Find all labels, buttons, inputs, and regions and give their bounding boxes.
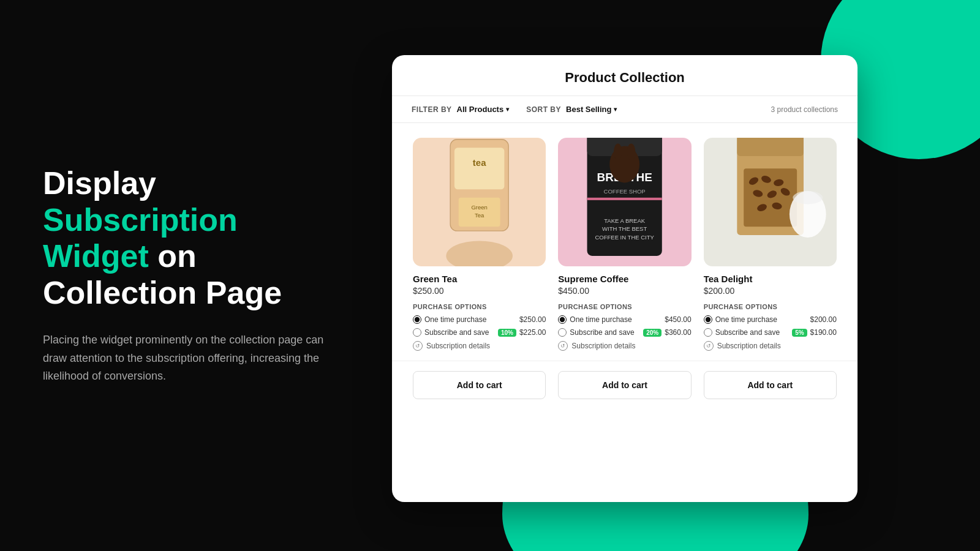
subscribe-radio-green-tea[interactable] [413,328,421,337]
add-to-cart-supreme-coffee[interactable]: Add to cart [558,371,691,399]
sort-chevron-icon: ▾ [614,106,617,113]
svg-text:COFFEE SHOP: COFFEE SHOP [604,188,646,195]
svg-point-33 [793,191,823,204]
one-time-label-supreme-coffee: One time purchase [570,315,662,324]
add-to-cart-green-tea[interactable]: Add to cart [413,371,546,399]
svg-rect-20 [737,138,804,156]
subscribe-radio-supreme-coffee[interactable] [558,328,567,337]
collection-title: Product Collection [412,70,838,86]
hero-title: Display Subscription Widget on Collectio… [43,165,337,312]
one-time-option-supreme-coffee[interactable]: One time purchase $450.00 [558,315,691,324]
collection-count: 3 product collections [771,105,838,114]
one-time-price-supreme-coffee: $450.00 [665,315,691,324]
svg-text:TAKE A BREAK: TAKE A BREAK [605,217,646,224]
sort-value: Best Selling [566,105,611,114]
hero-panel: Display Subscription Widget on Collectio… [0,0,380,551]
filter-select-button[interactable]: All Products ▾ [457,105,510,114]
purchase-options-label-supreme-coffee: Purchase Options [558,303,691,310]
svg-text:WITH THE BEST: WITH THE BEST [602,226,647,233]
green-tea-svg: tea Green Tea [413,138,546,266]
svg-point-14 [614,144,622,160]
one-time-option-tea-delight[interactable]: One time purchase $200.00 [704,315,837,324]
collection-header: Product Collection [392,55,858,96]
product-image-green-tea[interactable]: tea Green Tea [413,138,546,266]
subscription-details-supreme-coffee[interactable]: ↺ Subscription details [558,341,691,351]
filter-by-label: FILTER BY [412,105,452,114]
product-price-supreme-coffee: $450.00 [558,286,691,296]
product-price-green-tea: $250.00 [413,286,546,296]
product-card-tea-delight: Tea Delight $200.00 Purchase Options One… [698,138,843,351]
filter-chevron-icon: ▾ [506,106,509,113]
subscription-details-green-tea[interactable]: ↺ Subscription details [413,341,546,351]
hero-description: Placing the widget prominently on the co… [43,331,337,386]
one-time-option-green-tea[interactable]: One time purchase $250.00 [413,315,546,324]
one-time-label-green-tea: One time purchase [424,315,516,324]
sub-details-label-supreme-coffee: Subscription details [571,342,635,350]
svg-rect-1 [454,148,504,190]
subscribe-label-green-tea: Subscribe and save [424,328,495,337]
subscribe-option-tea-delight[interactable]: Subscribe and save 5% $190.00 [704,328,837,337]
product-name-tea-delight: Tea Delight [704,274,837,284]
one-time-radio-supreme-coffee[interactable] [558,315,567,324]
products-grid: tea Green Tea Green Tea $250.00 Purchase… [392,123,858,361]
sort-select-button[interactable]: Best Selling ▾ [566,105,617,114]
filter-value: All Products [457,105,504,114]
svg-rect-10 [587,198,662,200]
subscribe-option-supreme-coffee[interactable]: Subscribe and save 20% $360.00 [558,328,691,337]
sub-icon-supreme-coffee: ↺ [558,341,568,351]
save-badge-tea-delight: 5% [792,329,807,337]
one-time-radio-tea-delight[interactable] [704,315,712,324]
svg-text:tea: tea [473,158,486,168]
svg-text:COFFEE IN THE CITY: COFFEE IN THE CITY [595,234,655,241]
product-image-tea-delight[interactable] [704,138,837,266]
svg-text:Green: Green [471,204,487,211]
product-name-green-tea: Green Tea [413,274,546,284]
add-to-cart-row: Add to cart Add to cart Add to cart [392,361,858,411]
one-time-label-tea-delight: One time purchase [715,315,807,324]
product-image-supreme-coffee[interactable]: BREATHE COFFEE SHOP TAKE A BREAK WITH TH… [558,138,691,266]
sub-icon-tea-delight: ↺ [704,341,714,351]
filter-sort-bar: FILTER BY All Products ▾ SORT BY Best Se… [392,96,858,123]
purchase-options-label-green-tea: Purchase Options [413,303,546,310]
svg-rect-21 [758,138,783,140]
product-price-tea-delight: $200.00 [704,286,837,296]
tea-delight-svg [704,138,837,266]
svg-point-3 [446,241,513,266]
subscribe-label-supreme-coffee: Subscribe and save [570,328,640,337]
product-card-green-tea: tea Green Tea Green Tea $250.00 Purchase… [407,138,552,351]
subscribe-price-tea-delight: $190.00 [810,328,837,337]
supreme-coffee-svg: BREATHE COFFEE SHOP TAKE A BREAK WITH TH… [558,138,691,266]
subscription-details-tea-delight[interactable]: ↺ Subscription details [704,341,837,351]
sub-details-label-green-tea: Subscription details [426,342,490,350]
subscribe-label-tea-delight: Subscribe and save [715,328,789,337]
subscribe-radio-tea-delight[interactable] [704,328,712,337]
product-collection-panel: Product Collection FILTER BY All Product… [392,55,858,502]
save-badge-supreme-coffee: 20% [643,329,662,337]
sub-details-label-tea-delight: Subscription details [717,342,781,350]
sort-by-label: SORT BY [526,105,561,114]
save-badge-green-tea: 10% [498,329,516,337]
one-time-price-green-tea: $250.00 [519,315,546,324]
subscribe-option-green-tea[interactable]: Subscribe and save 10% $225.00 [413,328,546,337]
subscribe-price-green-tea: $225.00 [519,328,546,337]
one-time-price-tea-delight: $200.00 [810,315,837,324]
svg-text:Tea: Tea [475,212,484,219]
sub-icon-green-tea: ↺ [413,341,423,351]
product-name-supreme-coffee: Supreme Coffee [558,274,691,284]
purchase-options-label-tea-delight: Purchase Options [704,303,837,310]
add-to-cart-tea-delight[interactable]: Add to cart [704,371,837,399]
subscribe-price-supreme-coffee: $360.00 [665,328,691,337]
hero-title-plain: Display [43,165,156,201]
one-time-radio-green-tea[interactable] [413,315,421,324]
product-card-supreme-coffee: BREATHE COFFEE SHOP TAKE A BREAK WITH TH… [552,138,697,351]
svg-point-15 [627,144,636,160]
hero-title-green: Subscription Widget [43,202,238,274]
